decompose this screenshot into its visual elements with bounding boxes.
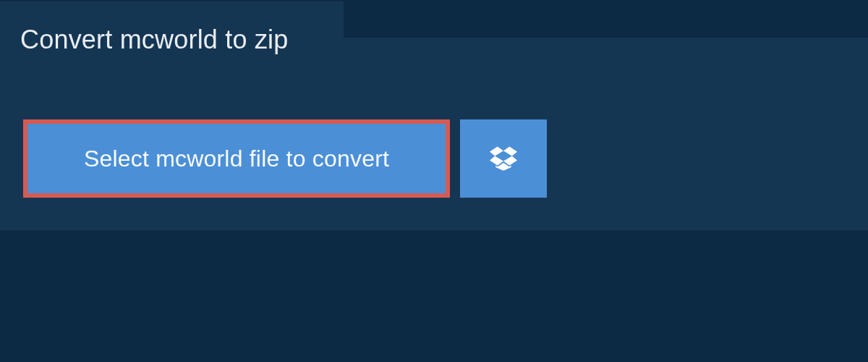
upload-row: Select mcworld file to convert: [23, 119, 547, 198]
svg-marker-0: [490, 146, 503, 156]
page-root: Convert mcworld to zip Select mcworld fi…: [0, 0, 868, 362]
select-file-button[interactable]: Select mcworld file to convert: [23, 119, 450, 198]
dropbox-icon: [490, 146, 517, 171]
svg-marker-3: [503, 156, 517, 165]
svg-marker-2: [490, 156, 503, 165]
select-file-label: Select mcworld file to convert: [84, 146, 389, 172]
svg-marker-1: [503, 146, 517, 156]
page-title: Convert mcworld to zip: [20, 25, 289, 55]
header-tab: Convert mcworld to zip: [0, 1, 344, 78]
dropbox-button[interactable]: [460, 119, 547, 198]
